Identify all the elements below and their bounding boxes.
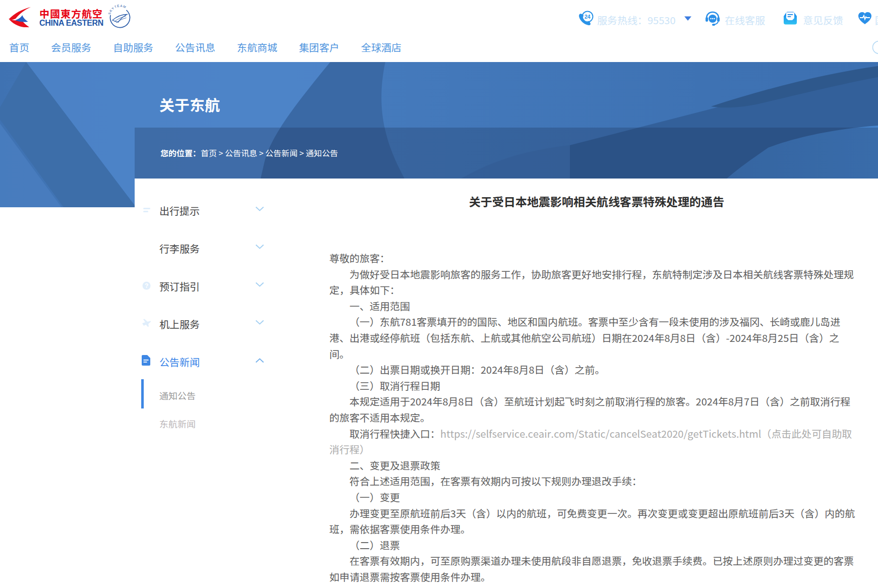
svg-text:SKYTEAM: SKYTEAM: [108, 5, 127, 15]
svg-text:24: 24: [584, 14, 591, 20]
svg-text:?: ?: [145, 281, 148, 289]
